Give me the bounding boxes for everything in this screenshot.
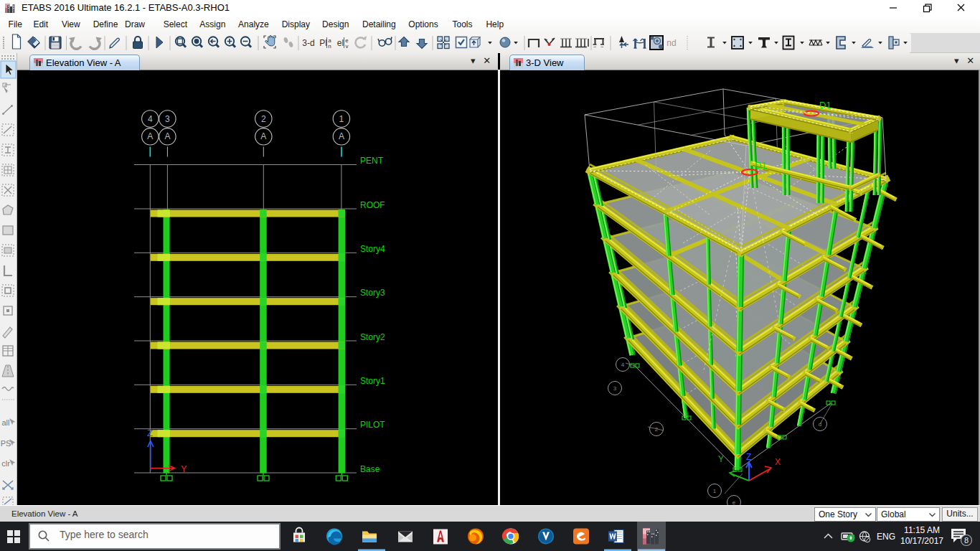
svg-text:A: A — [147, 131, 153, 141]
svg-text:1: 1 — [713, 488, 717, 494]
svg-text:PENT: PENT — [360, 156, 384, 166]
svg-text:4: 4 — [148, 114, 153, 124]
svg-text:Pl: Pl — [319, 38, 327, 48]
svg-text:D1: D1 — [819, 100, 831, 110]
svg-text:Y: Y — [181, 463, 187, 474]
svg-text:all: all — [1, 418, 9, 427]
svg-text:PS: PS — [1, 439, 11, 448]
svg-text:e: e — [732, 499, 736, 505]
svg-text:D1: D1 — [755, 160, 767, 171]
svg-text:PILOT: PILOT — [360, 420, 385, 430]
svg-text:A: A — [260, 131, 266, 141]
svg-text:X: X — [775, 457, 781, 467]
svg-text:Story2: Story2 — [360, 332, 385, 342]
svg-text:Story3: Story3 — [360, 288, 385, 298]
svg-text:A: A — [164, 131, 170, 141]
svg-text:Y: Y — [718, 454, 724, 464]
svg-text:2: 2 — [261, 114, 266, 124]
svg-text:ROOF: ROOF — [360, 200, 385, 210]
svg-text:3: 3 — [165, 114, 170, 124]
svg-text:3: 3 — [613, 385, 617, 392]
svg-text:el: el — [337, 38, 344, 48]
svg-text:3-d: 3-d — [302, 38, 314, 48]
svg-text:4: 4 — [621, 362, 625, 368]
svg-text:8: 8 — [964, 536, 969, 545]
svg-text:nd: nd — [666, 38, 676, 48]
svg-text:Z: Z — [147, 428, 153, 438]
svg-text:clr: clr — [1, 459, 10, 468]
svg-text:Base: Base — [360, 464, 380, 474]
svg-text:Z: Z — [746, 452, 751, 462]
svg-text:Story1: Story1 — [360, 376, 385, 386]
svg-text:1: 1 — [339, 114, 344, 124]
svg-text:n: n — [328, 43, 331, 50]
svg-text:A: A — [339, 131, 344, 141]
svg-text:v: v — [346, 43, 349, 50]
svg-text:Story4: Story4 — [360, 244, 385, 254]
